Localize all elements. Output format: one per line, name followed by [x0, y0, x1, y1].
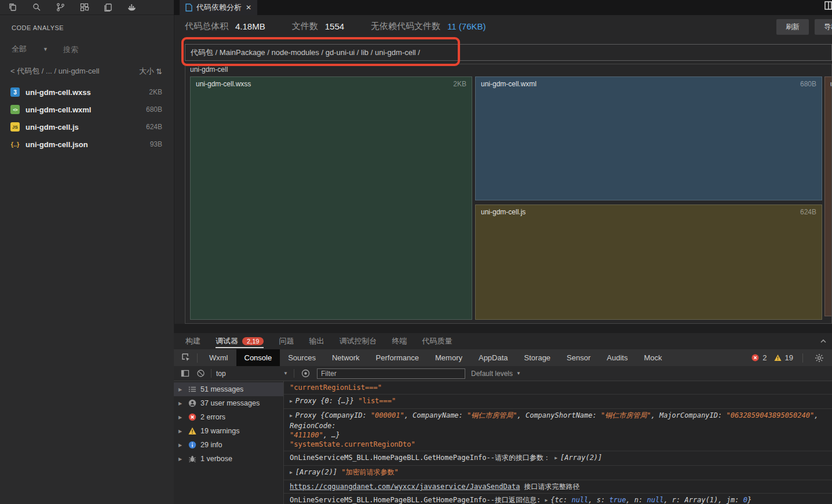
- console-filter-list[interactable]: ▶51 messages: [174, 382, 283, 396]
- devtools-tab-sources[interactable]: Sources: [280, 349, 324, 366]
- console-text-segment: "currentRegionList===": [290, 384, 382, 392]
- console-text-segment: [Array(2)]: [295, 468, 341, 476]
- treemap: uni-gdm-cell uni-gdm-cell.wxss2KBuni-gdm…: [185, 64, 832, 324]
- console-link[interactable]: https://cqguangdanet.com/wyxcx/javaservi…: [290, 483, 520, 491]
- export-button[interactable]: 导出: [815, 19, 832, 35]
- treemap-cell-label: uni-gdm-cell.js: [481, 208, 526, 216]
- activity-bar: [0, 0, 174, 15]
- expand-caret-icon[interactable]: ▶: [178, 456, 184, 462]
- panel-tab-代码质量[interactable]: 代码质量: [422, 333, 452, 349]
- docker-icon[interactable]: [127, 2, 137, 12]
- devtools-tab-memory[interactable]: Memory: [427, 349, 470, 366]
- stat-value[interactable]: 11 (76KB): [447, 21, 486, 31]
- refresh-button[interactable]: 刷新: [776, 19, 809, 35]
- file-row-wxml[interactable]: <>uni-gdm-cell.wxml680B: [0, 101, 174, 118]
- console-text-segment: Proxy {CompanyID:: [295, 411, 371, 419]
- expand-arrow-icon[interactable]: ▶: [290, 411, 295, 421]
- devtools-status: 219: [751, 353, 832, 363]
- panel-tab-label: 输出: [309, 336, 324, 346]
- close-icon[interactable]: ✕: [246, 3, 251, 12]
- console-filter-verbose[interactable]: ▶1 verbose: [174, 452, 283, 466]
- console-filter-user[interactable]: ▶37 user messages: [174, 396, 283, 410]
- panel-tab-label: 构建: [185, 336, 200, 346]
- console-filter-warning[interactable]: ▶19 warnings: [174, 424, 283, 438]
- panel-tab-调试器[interactable]: 调试器2,19: [216, 333, 264, 349]
- treemap-cell-label: uni-gdm-cell.wxss: [196, 80, 251, 88]
- live-expression-eye-icon[interactable]: [301, 369, 310, 378]
- devtools-tab-wxml[interactable]: Wxml: [201, 349, 236, 366]
- treemap-cell[interactable]: uni-gdm-cell.json: [824, 76, 832, 316]
- file-name: uni-gdm-cell.wxss: [25, 88, 149, 97]
- branch-icon[interactable]: [56, 2, 65, 12]
- treemap-cell[interactable]: uni-gdm-cell.wxml680B: [475, 76, 822, 200]
- collapse-chevron-icon[interactable]: [819, 337, 827, 345]
- panel-tab-调试控制台[interactable]: 调试控制台: [339, 333, 377, 349]
- panel-tab-问题[interactable]: 问题: [279, 333, 294, 349]
- stat-2: 无依赖代码文件数11 (76KB): [371, 21, 486, 32]
- console-text-segment: OnLineServiceMS_BLL.HomePageBLL.GetHomeP…: [290, 496, 545, 504]
- file-row-json[interactable]: {..}uni-gdm-cell.json93B: [0, 136, 174, 153]
- console-filter-error[interactable]: ▶2 errors: [174, 410, 283, 424]
- settings-gear-icon[interactable]: [815, 353, 824, 363]
- console-filter-info[interactable]: ▶29 info: [174, 438, 283, 452]
- devtools-tab-audits[interactable]: Audits: [599, 349, 636, 366]
- panel-tab-label: 调试器: [216, 336, 238, 346]
- file-row-wxss[interactable]: 3uni-gdm-cell.wxss2KB: [0, 83, 174, 101]
- pages-icon[interactable]: [103, 2, 113, 12]
- verbose-icon: [188, 455, 196, 463]
- search-icon[interactable]: [32, 2, 42, 12]
- console-message: OnLineServiceMS_BLL.HomePageBLL.GetHomeP…: [284, 494, 832, 504]
- expand-caret-icon[interactable]: ▶: [178, 401, 184, 406]
- devtools-tab-storage[interactable]: Storage: [516, 349, 559, 366]
- log-levels-dropdown[interactable]: Default levels ▼: [471, 370, 521, 378]
- console-filter-input[interactable]: [317, 368, 465, 379]
- toggle-sidebar-icon[interactable]: [181, 369, 189, 378]
- devtools-window: CODE ANALYSE 全部 ▼ < 代码包 / ... / uni-gdm-…: [0, 0, 832, 504]
- console-text-segment: , CompanyName:: [404, 411, 467, 419]
- devtools-tab-console[interactable]: Console: [236, 349, 280, 366]
- console-filter-label: 51 messages: [200, 385, 243, 393]
- treemap-breadcrumb-bar[interactable]: 代码包 / MainPackage / node-modules / gd-un…: [185, 44, 832, 61]
- treemap-cell[interactable]: uni-gdm-cell.wxss2KB: [190, 76, 472, 320]
- action-buttons: 刷新 导出: [776, 19, 832, 35]
- treemap-cell[interactable]: uni-gdm-cell.js624B: [475, 204, 822, 320]
- chevron-down-icon: ▼: [43, 46, 48, 52]
- clear-console-icon[interactable]: [196, 369, 205, 378]
- inspect-element-icon[interactable]: [181, 353, 191, 363]
- devtools-tab-mock[interactable]: Mock: [636, 349, 670, 366]
- error-count-icon: [751, 354, 759, 361]
- expand-caret-icon[interactable]: ▶: [178, 443, 184, 448]
- expand-arrow-icon[interactable]: ▶: [290, 468, 295, 477]
- copy-icon[interactable]: [8, 2, 18, 12]
- devtools-tab-sensor[interactable]: Sensor: [559, 349, 599, 366]
- expand-arrow-icon[interactable]: ▶: [290, 397, 295, 406]
- size-sort-control[interactable]: 大小 ⇅: [139, 66, 162, 76]
- devtools-tab-appdata[interactable]: AppData: [470, 349, 516, 366]
- panel-tab-终端[interactable]: 终端: [392, 333, 407, 349]
- chevron-down-icon: ▼: [516, 371, 521, 376]
- devtools-tab-performance[interactable]: Performance: [368, 349, 427, 366]
- file-size: 624B: [146, 123, 162, 131]
- type-filter-dropdown[interactable]: 全部 ▼: [12, 44, 48, 54]
- panel-tab-构建[interactable]: 构建: [185, 333, 200, 349]
- layout-columns-icon[interactable]: [824, 1, 832, 10]
- tab-code-dependency-analysis[interactable]: 代码依赖分析 ✕: [180, 0, 257, 15]
- devtools-tab-network[interactable]: Network: [324, 349, 368, 366]
- context-selector[interactable]: top ▼: [216, 370, 288, 378]
- file-row-js[interactable]: JSuni-gdm-cell.js624B: [0, 118, 174, 136]
- extensions-icon[interactable]: [79, 2, 89, 12]
- stat-label: 无依赖代码文件数: [371, 21, 440, 32]
- console-message: "currentRegionList===": [284, 381, 832, 395]
- panel-tab-label: 终端: [392, 336, 407, 346]
- editor-tabstrip: 代码依赖分析 ✕: [174, 0, 832, 15]
- expand-caret-icon[interactable]: ▶: [178, 387, 184, 392]
- search-input[interactable]: [63, 45, 150, 54]
- panel-tab-输出[interactable]: 输出: [309, 333, 324, 349]
- expand-arrow-icon[interactable]: ▶: [554, 454, 560, 463]
- expand-caret-icon[interactable]: ▶: [178, 429, 184, 434]
- expand-arrow-icon[interactable]: ▶: [545, 496, 550, 504]
- panel-tab-label: 问题: [279, 336, 294, 346]
- sidebar-breadcrumb[interactable]: < 代码包 / ... / uni-gdm-cell: [10, 66, 100, 76]
- console-text-segment: "systemState.currentRegionDto": [290, 440, 415, 448]
- expand-caret-icon[interactable]: ▶: [178, 415, 184, 420]
